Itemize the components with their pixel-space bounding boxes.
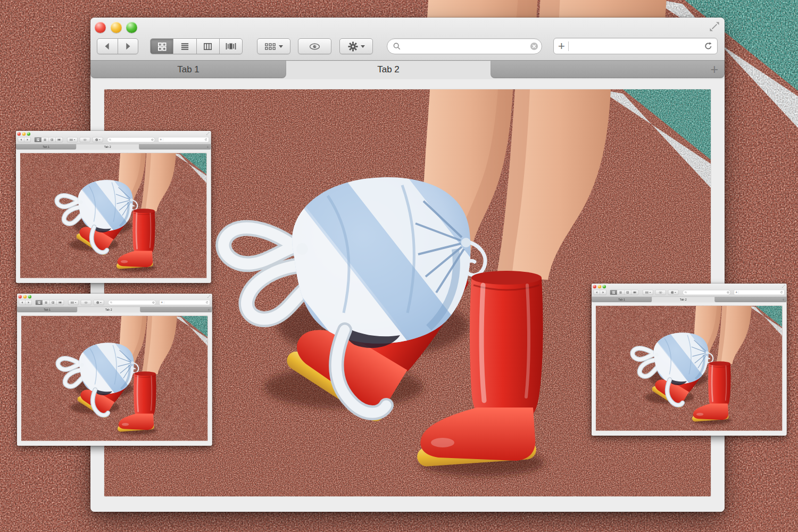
search-icon: [110, 302, 112, 303]
search-input[interactable]: [688, 291, 727, 294]
nav-buttons: [594, 290, 606, 295]
tab-1[interactable]: Tab 1: [17, 307, 77, 312]
expand-icon[interactable]: [709, 21, 720, 32]
caret-down-icon: [279, 45, 283, 48]
quicklook-button[interactable]: [298, 38, 331, 54]
coverflow-view-button[interactable]: [56, 300, 63, 305]
list-view-button[interactable]: [43, 300, 49, 305]
tab-label: Tab 1: [618, 298, 625, 301]
tab-1[interactable]: Tab 1: [592, 297, 652, 302]
minimize-light[interactable]: [22, 132, 26, 135]
minimize-light[interactable]: [23, 295, 27, 298]
coverflow-view-button[interactable]: [55, 137, 62, 142]
new-tab-button[interactable]: +: [207, 307, 210, 312]
field-divider: [568, 41, 569, 51]
action-dropdown-button[interactable]: [93, 137, 103, 142]
close-light[interactable]: [593, 285, 596, 288]
back-icon: [105, 43, 109, 50]
eye-icon: [310, 44, 320, 49]
arrange-dropdown-button[interactable]: [67, 137, 77, 142]
forward-button[interactable]: [24, 137, 31, 142]
tab-2-active[interactable]: Tab 2: [652, 297, 714, 302]
zoom-light[interactable]: [28, 295, 31, 298]
tab-1[interactable]: Tab 1: [90, 61, 286, 78]
close-light[interactable]: [18, 295, 21, 298]
list-view-button[interactable]: [41, 137, 48, 142]
icon-view-button[interactable]: [610, 290, 617, 295]
forward-button[interactable]: [600, 290, 606, 295]
column-view-button[interactable]: [624, 290, 631, 295]
plus-icon[interactable]: +: [161, 301, 163, 304]
view-mode-segmented-control: [35, 300, 64, 305]
icon-view-button[interactable]: [36, 300, 43, 305]
action-dropdown-button[interactable]: [339, 38, 373, 54]
address-input[interactable]: [739, 291, 780, 294]
action-dropdown-button[interactable]: [94, 300, 104, 305]
icon-view-button[interactable]: [35, 137, 41, 142]
column-view-button[interactable]: [196, 39, 219, 54]
quicklook-button[interactable]: [81, 300, 91, 305]
column-view-button[interactable]: [48, 137, 55, 142]
search-field: [107, 137, 155, 142]
plus-icon[interactable]: +: [558, 40, 565, 52]
zoom-light[interactable]: [27, 132, 30, 135]
coverflow-view-button[interactable]: [631, 290, 638, 295]
back-button[interactable]: [97, 39, 118, 54]
search-icon: [394, 43, 400, 49]
forward-icon: [127, 43, 130, 50]
refresh-icon: [206, 301, 208, 303]
arrange-dropdown-button[interactable]: [68, 300, 78, 305]
list-view-button[interactable]: [617, 290, 624, 295]
expand-icon[interactable]: [206, 132, 210, 136]
coverflow-view-icon: [226, 43, 235, 49]
tab-2-active[interactable]: Tab 2: [76, 144, 139, 149]
arrange-dropdown-button[interactable]: [643, 290, 653, 295]
zoom-light[interactable]: [603, 285, 606, 288]
new-tab-button[interactable]: +: [710, 63, 718, 76]
tab-bar: Tab 1 Tab 2 +: [90, 60, 725, 79]
back-button[interactable]: [19, 300, 26, 305]
forward-button[interactable]: [118, 39, 138, 54]
zoom-light[interactable]: [126, 22, 137, 33]
address-input[interactable]: [572, 41, 704, 51]
column-view-button[interactable]: [49, 300, 56, 305]
search-icon: [685, 292, 686, 293]
address-input[interactable]: [164, 138, 204, 142]
new-tab-button[interactable]: +: [206, 145, 209, 149]
photo-red-boots-scene: [20, 153, 207, 278]
search-field: [387, 38, 542, 54]
close-light[interactable]: [17, 132, 20, 135]
forward-button[interactable]: [26, 300, 32, 305]
address-input[interactable]: [165, 301, 205, 304]
close-light[interactable]: [95, 22, 106, 33]
search-field: [108, 300, 156, 305]
view-mode-segmented-control: [34, 137, 63, 142]
minimize-light[interactable]: [111, 22, 122, 33]
clear-icon: [152, 301, 154, 303]
new-tab-button[interactable]: +: [782, 297, 784, 302]
plus-icon[interactable]: +: [160, 138, 162, 142]
plus-icon[interactable]: +: [735, 290, 737, 294]
action-dropdown-button[interactable]: [668, 290, 678, 295]
address-field: +: [734, 290, 785, 295]
search-input[interactable]: [112, 138, 151, 142]
tab-2-active[interactable]: Tab 2: [286, 61, 491, 78]
arrange-dropdown-button[interactable]: [257, 38, 290, 54]
quicklook-button[interactable]: [80, 137, 90, 142]
tab-2-active[interactable]: Tab 2: [77, 307, 140, 312]
list-view-button[interactable]: [173, 39, 196, 54]
back-button[interactable]: [18, 137, 24, 142]
back-button[interactable]: [594, 290, 600, 295]
minimize-light[interactable]: [598, 285, 601, 288]
tab-1[interactable]: Tab 1: [16, 144, 76, 149]
tab-bar-filler: +: [139, 144, 211, 149]
search-input[interactable]: [113, 301, 152, 304]
nav-buttons: [19, 300, 32, 305]
icon-view-button[interactable]: [151, 39, 173, 54]
coverflow-view-button[interactable]: [219, 39, 242, 54]
expand-icon[interactable]: [207, 295, 211, 298]
address-field: +: [159, 137, 209, 143]
expand-icon[interactable]: [782, 285, 785, 288]
search-input[interactable]: [404, 41, 530, 51]
quicklook-button[interactable]: [655, 290, 666, 295]
